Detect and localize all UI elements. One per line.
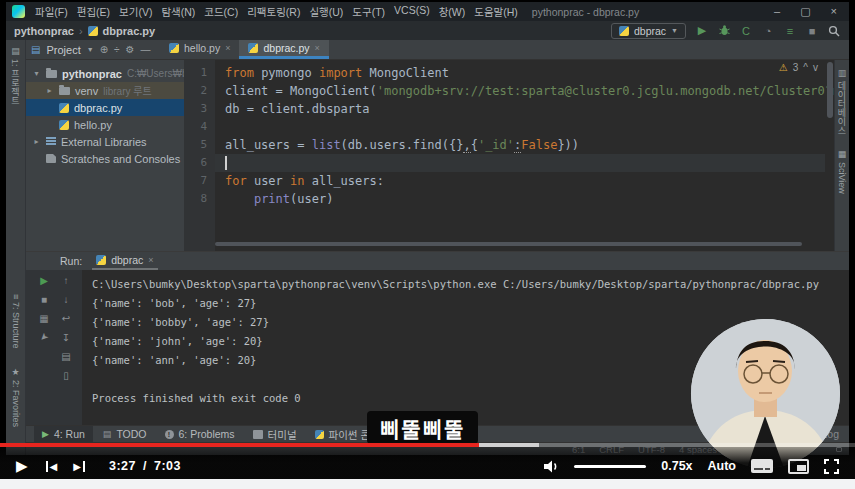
- up-icon[interactable]: ↑: [64, 275, 69, 286]
- code-token: list: [312, 138, 341, 152]
- code-token: })): [557, 138, 579, 152]
- tool-tab-SciView[interactable]: ▦SciView: [837, 149, 847, 194]
- vertical-scrollbar[interactable]: [827, 60, 833, 251]
- tree-item-venv[interactable]: ▸venvlibrary 루트: [26, 82, 184, 99]
- tab-hello.py[interactable]: hello.py×: [160, 40, 239, 59]
- seek-bar[interactable]: [0, 443, 855, 447]
- tool-tab-데이터베이스[interactable]: ▥데이터베이스: [836, 68, 849, 135]
- console-line: C:\Users\bumky\Desktop\sparta\pythonprac…: [92, 275, 849, 294]
- project-panel-title[interactable]: Project: [46, 44, 80, 56]
- menu-item[interactable]: 편집(E): [77, 4, 110, 19]
- tool-tab-7-Structure[interactable]: ≡7: Structure: [11, 294, 21, 349]
- horizontal-scrollbar[interactable]: [215, 242, 820, 246]
- close-button[interactable]: ×: [831, 5, 837, 18]
- tree-item-label: Scratches and Consoles: [61, 153, 180, 165]
- close-icon[interactable]: ×: [225, 43, 230, 53]
- menu-item[interactable]: 리팩토링(R): [247, 4, 300, 19]
- project-tool-icon: ▤: [31, 44, 40, 55]
- tree-item-hello-py[interactable]: hello.py: [26, 116, 184, 133]
- collapse-all-icon[interactable]: ÷: [114, 44, 120, 55]
- bottom-tab-터미널[interactable]: 터미널: [245, 426, 305, 442]
- tab-dbprac.py[interactable]: dbprac.py×: [239, 40, 328, 59]
- fullscreen-icon[interactable]: [824, 459, 839, 474]
- tool-tab-2-Favorites[interactable]: ★2: Favorites: [11, 367, 21, 427]
- minimize-button[interactable]: –: [774, 5, 780, 18]
- debug-icon[interactable]: [717, 24, 731, 38]
- pin-icon[interactable]: ➤: [37, 331, 51, 345]
- settings-gear-icon[interactable]: ⚙: [126, 44, 135, 55]
- run-tab[interactable]: dbprac ×: [92, 252, 157, 270]
- breadcrumb-file[interactable]: dbprac.py: [103, 25, 156, 37]
- code-editor[interactable]: 12345678 from pymongo import MongoClient…: [184, 60, 834, 251]
- menu-item[interactable]: 파일(F): [35, 4, 68, 19]
- left-tool-window-bar: ▤1: 프로젝트≡7: Structure★2: Favorites: [6, 40, 26, 455]
- miniplayer-icon[interactable]: [788, 459, 809, 474]
- bottom-tab-TODO[interactable]: ▤TODO: [95, 426, 155, 442]
- clear-icon[interactable]: ▯: [63, 370, 69, 381]
- run-panel-header: Run: dbprac ×: [26, 252, 849, 270]
- quality-selector[interactable]: Auto: [708, 459, 736, 473]
- expand-arrow-icon[interactable]: ▾: [32, 69, 41, 78]
- project-tree[interactable]: ▾pythonpracC:₩Users₩bu▸venvlibrary 루트dbp…: [26, 60, 184, 251]
- terminal-icon: [253, 430, 263, 439]
- concurrency-icon[interactable]: ≡: [783, 24, 797, 38]
- stop-icon[interactable]: ■: [41, 294, 47, 305]
- play-button[interactable]: ▶: [16, 457, 28, 475]
- hide-panel-icon[interactable]: —: [141, 44, 151, 55]
- prev-issue-icon[interactable]: ^: [803, 62, 808, 73]
- next-issue-icon[interactable]: v: [813, 62, 818, 73]
- menu-item[interactable]: 도움말(H): [474, 4, 518, 19]
- profiler-icon[interactable]: ◔: [761, 24, 775, 38]
- scrollend-icon[interactable]: ↧: [62, 332, 70, 343]
- next-button[interactable]: ▶: [73, 461, 85, 472]
- run-toolbar-icons: ▶C◔≡■: [695, 24, 841, 38]
- code-token: from: [225, 66, 254, 80]
- menu-item[interactable]: 실행(U): [309, 4, 343, 19]
- expand-arrow-icon[interactable]: ▸: [32, 137, 41, 146]
- close-icon[interactable]: ×: [148, 255, 153, 265]
- menu-item[interactable]: VCS(S): [394, 4, 430, 19]
- coverage-icon[interactable]: C: [739, 24, 753, 38]
- bottom-tab-label: 터미널: [268, 427, 297, 442]
- grid-icon[interactable]: ▦: [39, 313, 48, 324]
- menu-item[interactable]: 탐색(N): [161, 4, 195, 19]
- print-icon[interactable]: ▤: [61, 351, 70, 362]
- inspection-widget[interactable]: ⚠ 3 ^ v: [779, 62, 818, 73]
- rerun-icon[interactable]: ▶: [40, 275, 48, 286]
- tree-item-External-Libraries[interactable]: ▸External Libraries: [26, 133, 184, 150]
- softwrap-icon[interactable]: ↩: [62, 313, 70, 324]
- down-icon[interactable]: ↓: [64, 294, 69, 305]
- breadcrumb[interactable]: pythonprac › dbprac.py: [14, 25, 155, 37]
- expand-arrow-icon[interactable]: ▸: [45, 86, 54, 95]
- previous-button[interactable]: ◀: [46, 461, 58, 472]
- window-controls: – ▢ ×: [774, 5, 843, 18]
- run-configuration-select[interactable]: dbprac ▼: [611, 23, 686, 39]
- stop-icon[interactable]: ■: [805, 24, 819, 38]
- captions-icon[interactable]: [751, 459, 773, 473]
- bottom-tab-6-Problems[interactable]: !6: Problems: [157, 426, 243, 442]
- volume-icon[interactable]: [544, 460, 559, 473]
- youtube-video-player: 파일(F)편집(E)보기(V)탐색(N)코드(C)리팩토링(R)실행(U)도구(…: [0, 0, 855, 489]
- tree-item-suffix: library 루트: [103, 83, 151, 98]
- warning-icon: ⚠: [779, 62, 788, 73]
- close-icon[interactable]: ×: [315, 43, 320, 53]
- menu-item[interactable]: 보기(V): [119, 4, 152, 19]
- volume-slider[interactable]: [574, 465, 646, 468]
- code-token: MongoClient: [362, 66, 449, 80]
- tree-item-dbprac-py[interactable]: dbprac.py: [26, 99, 184, 116]
- locate-file-icon[interactable]: ⊕: [100, 44, 108, 55]
- run-icon[interactable]: ▶: [695, 24, 709, 38]
- menu-item[interactable]: 도구(T): [352, 4, 385, 19]
- menu-item[interactable]: 창(W): [439, 4, 466, 19]
- tree-item-Scratches-and-Consoles[interactable]: Scratches and Consoles: [26, 150, 184, 167]
- menu-item[interactable]: 코드(C): [204, 4, 238, 19]
- playback-speed[interactable]: 0.75x: [661, 459, 692, 473]
- tree-item-pythonprac[interactable]: ▾pythonpracC:₩Users₩bu: [26, 65, 184, 82]
- breadcrumb-project[interactable]: pythonprac: [14, 25, 74, 37]
- current-time: 3:27: [109, 459, 136, 473]
- search-icon[interactable]: [827, 24, 841, 38]
- maximize-button[interactable]: ▢: [800, 5, 810, 18]
- code-token: all_users =: [225, 138, 312, 152]
- tool-tab-1-프로젝트[interactable]: ▤1: 프로젝트: [9, 46, 22, 105]
- bottom-tab-4-Run[interactable]: ▶4: Run: [34, 426, 93, 442]
